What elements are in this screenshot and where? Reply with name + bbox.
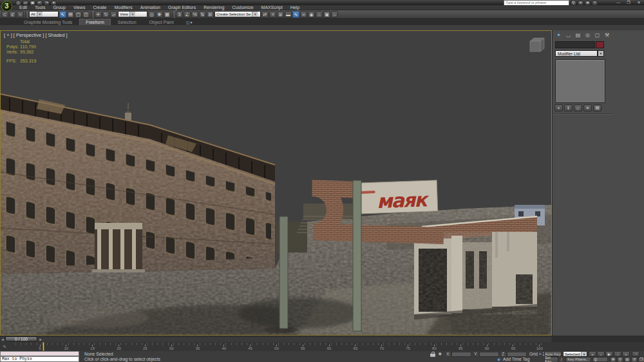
select-and-manipulate-icon[interactable]: ❖ [156,11,163,18]
mirror-icon[interactable]: ⇄ [261,11,269,18]
open-file-icon[interactable]: ▱ [23,1,28,5]
motion-tab-icon[interactable]: ◎ [583,32,592,39]
utilities-tab-icon[interactable]: ⚒ [603,32,611,39]
rendered-frame-window-icon[interactable]: ▣ [323,11,330,18]
previous-frame-icon[interactable]: ‹ [597,351,605,357]
display-tab-icon[interactable]: ▢ [593,32,601,39]
y-coordinate-field[interactable] [479,352,499,357]
angle-snap-icon[interactable]: ∠ [184,11,191,18]
sign-panel[interactable]: маяк [354,180,438,214]
zoom-icon[interactable]: ⚲ [617,357,623,362]
mini-curve-editor-button[interactable]: ∿ [1,343,8,350]
undo-icon[interactable]: ↶ [37,1,43,5]
schematic-view-icon[interactable]: ∞ [300,11,307,18]
remove-modifier-icon[interactable]: ✕ [583,104,592,111]
ribbon-config-button[interactable]: ◫ ▾ [186,19,193,25]
menu-maxscript[interactable]: MAXScript [258,5,287,10]
viewcube[interactable] [530,38,544,52]
select-and-move-icon[interactable]: ✛ [95,11,102,18]
key-filters-button[interactable]: Key Filters... [565,357,591,362]
layer-manager-icon[interactable]: ≣ [277,11,284,18]
track-bar[interactable]: ∿ 51015202530354045505560657075808590951… [0,342,644,352]
rectangular-selection-region-icon[interactable]: ▢ [75,11,82,18]
set-key-icon[interactable]: ⚷ [560,357,563,362]
snaps-toggle-icon[interactable]: 3 [176,11,183,18]
menu-graph-editors[interactable]: Graph Editors [164,5,200,10]
spinner-snap-icon[interactable]: ⇅ [199,11,206,18]
use-pivot-point-center-icon[interactable]: ◎ [148,11,155,18]
z-coordinate-field[interactable] [507,352,527,357]
select-object-icon[interactable]: ↖ [59,11,66,18]
key-selection-dropdown[interactable]: Selected ▾ [563,351,587,357]
keyboard-shortcut-override-icon[interactable]: ▦ [164,11,171,18]
pin-stack-icon[interactable]: ⌖ [554,104,563,111]
menu-create[interactable]: Create [89,5,110,10]
edit-named-selection-sets-icon[interactable]: ⊞ [207,11,214,18]
modifier-list-dropdown[interactable]: Modifier List [555,50,598,57]
right-building[interactable] [414,232,537,319]
macro-recorder-field[interactable] [0,351,79,356]
menu-edit[interactable]: Edit [15,5,31,10]
reference-coordinate-dropdown[interactable]: View ▾ [118,11,147,17]
help-icon[interactable]: ? [592,1,598,5]
orbit-icon[interactable]: ↺ [631,357,638,362]
select-and-rotate-icon[interactable]: ↻ [102,11,109,18]
favorites-star-icon[interactable]: ★ [585,1,591,5]
close-icon[interactable]: ✕ [635,1,643,5]
named-selection-set-dropdown[interactable]: Create Selection Se ▾ [214,11,261,17]
current-frame-field[interactable]: 0 [592,357,608,362]
unlink-selection-icon[interactable]: ⊄ [9,11,16,18]
search-icon[interactable]: ⚲ [571,1,576,5]
create-tab-icon[interactable]: ✦ [554,32,563,39]
save-file-icon[interactable]: ▣ [30,1,35,5]
render-setup-icon[interactable]: ♨ [316,11,323,18]
align-icon[interactable]: ≡ [269,11,276,18]
window-crossing-icon[interactable]: ◫ [82,11,90,18]
maxscript-mini-listener[interactable]: Max to Physx [0,356,79,362]
select-by-name-icon[interactable]: ▤ [67,11,74,18]
show-end-result-icon[interactable]: ‖ [564,104,573,111]
viewport-label[interactable]: [ + ] [ Perspective ] [ Shaded ] [4,32,68,38]
percent-snap-icon[interactable]: % [191,11,198,18]
menu-help[interactable]: Help [287,5,303,10]
tab-graphite-modeling-tools[interactable]: Graphite Modeling Tools [18,19,78,25]
time-slider-track[interactable]: ◂ 0 / 100 ▸ [0,336,552,342]
configure-modifier-sets-icon[interactable]: ▤ [593,104,601,111]
x-coordinate-field[interactable] [451,352,471,357]
zoom-extents-icon[interactable]: ⊞ [624,357,630,362]
object-color-swatch[interactable] [596,41,604,48]
hierarchy-tab-icon[interactable]: ▤ [574,32,582,39]
go-to-start-icon[interactable]: « [589,351,596,357]
graphite-ribbon-toggle-icon[interactable]: ▬ [285,11,292,18]
make-unique-icon[interactable]: ◇ [574,104,582,111]
restore-icon[interactable]: ❐ [625,1,632,5]
time-slider-handle[interactable]: 0 / 100 [5,336,37,341]
maximize-viewport-icon[interactable]: ❐ [638,357,644,362]
qat-dropdown-icon[interactable]: ▾ [51,1,57,5]
modify-tab-icon[interactable]: ◡ [564,32,573,39]
menu-rendering[interactable]: Rendering [200,5,228,10]
add-time-tag[interactable]: Add Time Tag [503,357,529,362]
absolute-offset-toggle-icon[interactable]: ❖ [438,352,442,357]
viewport-canvas[interactable]: маяк [1,31,551,335]
bind-to-space-warp-icon[interactable]: ≈ [17,11,24,18]
tab-freeform[interactable]: Freeform [79,19,110,25]
select-and-link-icon[interactable]: ⊂ [1,11,8,18]
new-scene-icon[interactable]: ▯ [15,1,21,5]
perspective-viewport[interactable]: [ + ] [ Perspective ] [ Shaded ] Total P… [0,30,552,336]
set-key-button[interactable]: Set Key [544,357,558,362]
tab-object-paint[interactable]: Object Paint [144,19,180,25]
minimize-icon[interactable]: — [614,1,622,5]
selection-lock-icon[interactable] [430,354,435,357]
render-production-icon[interactable]: ♨ [331,11,338,18]
material-editor-icon[interactable]: ◉ [308,11,315,18]
redo-icon[interactable]: ↷ [44,1,50,5]
tab-selection[interactable]: Selection [112,19,142,25]
menu-modifiers[interactable]: Modifiers [110,5,136,10]
menu-customize[interactable]: Customize [228,5,257,10]
communication-center-icon[interactable]: ✴ [578,1,583,5]
curve-editor-icon[interactable]: ∿ [292,11,299,18]
pan-view-icon[interactable]: ✥ [610,357,616,362]
object-name-field[interactable] [555,41,595,48]
select-and-scale-icon[interactable]: ▱ [110,11,117,18]
